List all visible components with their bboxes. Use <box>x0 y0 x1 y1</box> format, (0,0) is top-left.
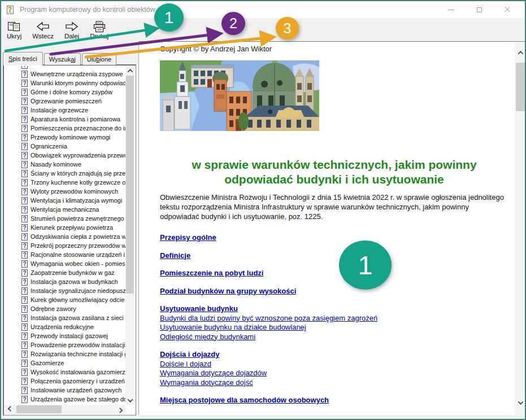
hide-pane-icon <box>7 20 21 33</box>
content-link[interactable]: Miejsca postojowe dla samochodów osobowy… <box>160 396 329 405</box>
tree-item[interactable]: ?Pomieszczenia przeznaczone do in <box>5 124 125 133</box>
tree-item[interactable]: ?Rozwiązania techniczne instalacji g <box>5 349 125 358</box>
tree-item[interactable]: ?Odzyskiwania ciepła z powietrza w <box>5 232 125 241</box>
content-link[interactable]: Pomieszczenie na pobyt ludzi <box>160 269 263 278</box>
tree-item[interactable]: ?Kierunek przepływu powietrza <box>5 223 125 232</box>
content-scroll-up-button[interactable] <box>515 47 526 58</box>
maximize-button[interactable] <box>472 3 486 16</box>
tree-item[interactable]: ?Instalacja gazowa zasilana z sieci g <box>5 313 125 322</box>
print-button-label: Drukuj <box>90 33 108 40</box>
tree-item-label: Ściany w których znajdują się prze <box>31 169 125 178</box>
content-vscroll-thumb[interactable] <box>516 63 525 111</box>
help-topic-icon: ? <box>21 98 28 105</box>
tree-item[interactable]: ?Prowadzenie przewodów instalacji <box>5 340 125 349</box>
tree-item[interactable]: ?Połączenia gazomierzy i urzadzeń <box>5 377 125 386</box>
tree-item[interactable]: ?Ściany w których znajdują się prze <box>5 169 125 178</box>
tree-hscroll-thumb[interactable] <box>16 405 62 413</box>
help-topic-icon: ? <box>21 161 28 168</box>
tree-item[interactable]: ?Zaopatrzenie budynków w gaz <box>5 268 125 277</box>
tree-item-label: Kurek główny umozliwiajacy odcie <box>31 295 124 304</box>
tree-item[interactable]: ?Racjonalne stosowanie urządzeń i <box>5 250 125 259</box>
tab-favorites[interactable]: Ulubione <box>82 53 116 65</box>
tree-item[interactable]: ?Wentylacja mechaniczna <box>5 205 125 214</box>
content-scroll-down-button[interactable] <box>515 397 526 408</box>
tree-item-label: Górne i dolne komory zsypów <box>31 88 112 97</box>
content-link[interactable]: Wymagania dotyczące dojść <box>160 378 253 388</box>
tree-item-label: Ogrzewanie pomieszczeń <box>31 97 102 106</box>
content-link[interactable]: Przepisy ogólne <box>160 233 216 243</box>
back-button-label: Wstecz <box>32 33 54 40</box>
tree-item[interactable]: ?Odrębne zawory <box>5 304 125 313</box>
tree-item[interactable]: ?Urządzenia gazowe bez stałego do <box>5 395 125 404</box>
tree-item[interactable]: ?Instalacje sygnalizujace niedopusz <box>5 286 125 295</box>
content-link[interactable]: Wymagania dotyczące dojazdów <box>160 369 267 378</box>
tree-scroll-up-button[interactable] <box>125 66 134 75</box>
tree-item[interactable]: ?Aparatura kontrolna i pomiarowa <box>5 115 125 124</box>
help-topic-icon: ? <box>21 369 28 376</box>
help-topic-icon: ? <box>21 71 28 78</box>
buildings-illustration <box>160 60 319 131</box>
tree-item[interactable]: ?Obowiązek wyprowadzenia przewo <box>5 151 125 160</box>
tree-scroll-right-button[interactable] <box>115 405 124 414</box>
print-button[interactable]: Drukuj <box>87 19 111 41</box>
tree-item-label: Wentylacja mechaniczna <box>31 205 99 214</box>
content-link[interactable]: Usytuowanie budynku <box>160 304 238 314</box>
tree-item[interactable]: ?Wentylacja i klimatyzacja wymogi <box>5 196 125 205</box>
tree-item-label: Ograniczenia <box>31 142 67 151</box>
tree-item[interactable]: ?Wysokość instalowania gazomierzy <box>5 368 125 377</box>
tree-scroll-down-button[interactable] <box>125 396 134 405</box>
help-topic-icon: ? <box>21 170 28 177</box>
content-link[interactable]: Budynki dla ludzi powiny być wznoszone p… <box>160 314 377 323</box>
tree-item[interactable]: ?Instalowanie urządzeń gazowych <box>5 386 125 395</box>
tree-item[interactable]: ?Instalacje ogrzewcze <box>5 106 125 115</box>
tree-item[interactable]: ?Nasady kominowe <box>5 160 125 169</box>
content-link[interactable]: Dojście i dojazd <box>160 360 211 369</box>
forward-button[interactable]: Dalej <box>62 19 82 41</box>
tab-label-part: Ulu <box>87 56 97 63</box>
tree-scroll-left-button[interactable] <box>6 405 15 414</box>
tree-item[interactable]: ?Ogrzewanie pomieszczeń <box>5 97 125 106</box>
help-topic-icon: ? <box>21 260 28 268</box>
nav-tabs: Spis treści Wyszukaj Ulubione <box>3 50 118 65</box>
minimize-button[interactable] <box>444 3 458 16</box>
tree-item[interactable]: ?Przekrój poprzeczny przewodów w <box>5 241 125 250</box>
tree-item[interactable]: ?Strumień powietrza zewnętrznego <box>5 214 125 223</box>
close-button[interactable] <box>500 3 515 16</box>
tree-item[interactable]: ?Wymagania wobec okien - pomies <box>5 259 125 268</box>
hide-button[interactable]: Ukryj <box>4 19 24 41</box>
help-topic-icon: ? <box>21 134 28 141</box>
content-link[interactable]: Usytuowanie budynku na działce budowlane… <box>160 323 306 333</box>
help-topic-icon: ? <box>21 233 28 240</box>
tree-vscroll-thumb[interactable] <box>126 76 134 294</box>
tab-search[interactable]: Wyszukaj <box>44 53 81 65</box>
copyright-line: Copyright © by Andrzej Jan Wiktor <box>160 45 508 53</box>
content-link[interactable]: Odległość między budynkami <box>160 333 255 342</box>
tree-item[interactable]: ?Ograniczenia <box>5 142 125 151</box>
chevron-down-icon <box>518 399 523 405</box>
back-button[interactable]: Wstecz <box>29 19 56 41</box>
tree-item[interactable]: ?Przewody instalacji gazowej <box>5 331 125 340</box>
tree-item[interactable]: ?Kurek główny umozliwiajacy odcie <box>5 295 125 304</box>
tree-item[interactable]: ?Trzony kuchenne kotły grzewcze o <box>5 178 125 187</box>
help-topic-icon: ? <box>21 206 28 213</box>
link-group: Dojścia i dojazdyDojście i dojazdWymagan… <box>160 350 508 387</box>
tree-vertical-scrollbar[interactable] <box>125 66 134 405</box>
content-link[interactable]: Dojścia i dojazdy <box>160 350 219 360</box>
tree-item[interactable]: ?Instalacja gazowa w budynkach <box>5 277 125 286</box>
tree-item[interactable]: ?Wewnętrzne urządzenia zsypowe <box>5 69 125 78</box>
tree-item[interactable]: ?Wyloty przewodów kominowych <box>5 187 125 196</box>
tree-item[interactable]: ?Warunki ktorym powinny odpowiada <box>5 78 125 88</box>
tree-item[interactable]: ?Urządzenia redukcyjne <box>5 322 125 331</box>
tree-horizontal-scrollbar[interactable] <box>5 405 125 414</box>
content-vertical-scrollbar[interactable] <box>515 42 526 415</box>
content-link[interactable]: Podział budynków na grupy wysokości <box>160 287 296 296</box>
tab-contents[interactable]: Spis treści <box>3 52 43 65</box>
help-topic-icon: ? <box>21 305 28 313</box>
help-topic-icon: ? <box>21 323 28 331</box>
tree-item[interactable]: ?Górne i dolne komory zsypów <box>5 88 125 97</box>
tree-item[interactable]: ?Gazomierze <box>5 358 125 368</box>
content-link[interactable]: Definicje <box>160 251 190 261</box>
tree-item-label: Gazomierze <box>31 358 64 368</box>
tree-item-label: Wentylacja i klimatyzacja wymogi <box>31 196 122 205</box>
tree-item[interactable]: ?Przewody kominowe wymogi <box>5 133 125 142</box>
